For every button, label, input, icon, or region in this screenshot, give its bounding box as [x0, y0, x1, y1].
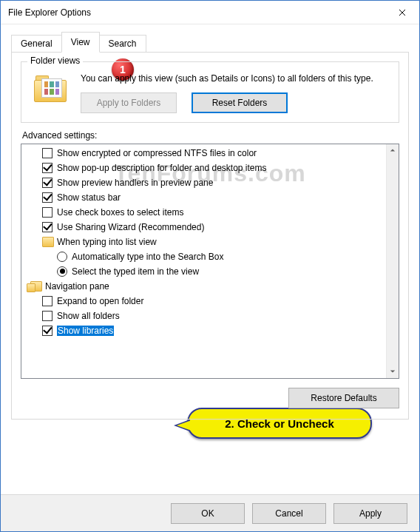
scroll-up-button[interactable] [387, 144, 399, 157]
list-item-label: Show preview handlers in preview pane [57, 178, 213, 188]
list-item[interactable]: Show pop-up description for folder and d… [24, 161, 386, 175]
advanced-settings-label: Advanced settings: [22, 130, 399, 141]
navigation-pane-icon [30, 281, 42, 292]
list-item[interactable]: Select the typed item in the view [24, 264, 386, 279]
checkbox[interactable] [42, 296, 52, 306]
scroll-down-button[interactable] [387, 366, 399, 378]
list-item[interactable]: Use Sharing Wizard (Recommended) [24, 220, 386, 235]
list-item[interactable]: Expand to open folder [24, 294, 386, 309]
list-item-label: Automatically type into the Search Box [72, 252, 223, 262]
list-item-label: Use Sharing Wizard (Recommended) [57, 222, 204, 232]
checkbox[interactable] [42, 178, 52, 188]
titlebar: File Explorer Options [1, 1, 419, 24]
list-item[interactable]: Show preview handlers in preview pane [24, 175, 386, 190]
restore-defaults-button[interactable]: Restore Defaults [288, 388, 399, 408]
tab-panel-view: Folder views You can apply this view (su… [11, 52, 409, 420]
list-item[interactable]: Automatically type into the Search Box [24, 249, 386, 264]
checkbox[interactable] [42, 311, 52, 321]
list-item[interactable]: Show all folders [24, 309, 386, 323]
list-item[interactable]: Show encrypted or compressed NTFS files … [24, 146, 386, 161]
window-title: File Explorer Options [8, 7, 91, 18]
list-item: Navigation pane [24, 279, 386, 294]
tab-search[interactable]: Search [99, 35, 146, 53]
checkbox[interactable] [42, 207, 52, 218]
list-item-label: Expand to open folder [57, 296, 143, 306]
checkbox[interactable] [42, 148, 52, 158]
checkbox[interactable] [42, 326, 52, 336]
ok-button[interactable]: OK [171, 503, 245, 524]
folder-views-description: You can apply this view (such as Details… [81, 73, 390, 85]
advanced-settings-listbox: Show encrypted or compressed NTFS files … [21, 144, 399, 379]
radio[interactable] [57, 266, 67, 277]
list-item[interactable]: Show status bar [24, 190, 386, 205]
folder-views-group: Folder views You can apply this view (su… [21, 61, 399, 123]
close-button[interactable] [385, 1, 419, 24]
checkbox[interactable] [42, 192, 52, 203]
apply-button[interactable]: Apply [333, 503, 407, 524]
tab-strip: General View Search [11, 32, 409, 53]
radio[interactable] [57, 252, 67, 262]
list-item-label: Show pop-up description for folder and d… [57, 163, 267, 173]
folder-icon [42, 237, 54, 247]
close-icon [399, 9, 406, 16]
list-item-label: When typing into list view [57, 237, 157, 247]
cancel-button[interactable]: Cancel [252, 503, 326, 524]
folder-views-icon [30, 73, 70, 113]
tab-view[interactable]: View [61, 32, 100, 53]
checkbox[interactable] [42, 222, 52, 232]
scrollbar[interactable] [386, 144, 399, 378]
list-item[interactable]: Use check boxes to select items [24, 205, 386, 220]
list-item-label: Show all folders [57, 311, 120, 321]
folder-views-title: Folder views [27, 55, 83, 66]
list-item-label: Use check boxes to select items [57, 207, 183, 218]
list-item-label: Show libraries [57, 326, 114, 336]
list-item-label: Show status bar [57, 192, 121, 203]
reset-folders-button[interactable]: Reset Folders [192, 92, 288, 113]
list-item[interactable]: Show libraries [24, 323, 386, 338]
list-item: When typing into list view [24, 235, 386, 249]
list-item-label: Show encrypted or compressed NTFS files … [57, 148, 257, 158]
list-item-label: Select the typed item in the view [72, 266, 199, 277]
dialog-button-row: OK Cancel Apply [1, 494, 419, 531]
tab-general[interactable]: General [11, 35, 62, 53]
apply-to-folders-button: Apply to Folders [81, 92, 177, 113]
checkbox[interactable] [42, 163, 52, 173]
list-item-label: Navigation pane [45, 281, 109, 292]
